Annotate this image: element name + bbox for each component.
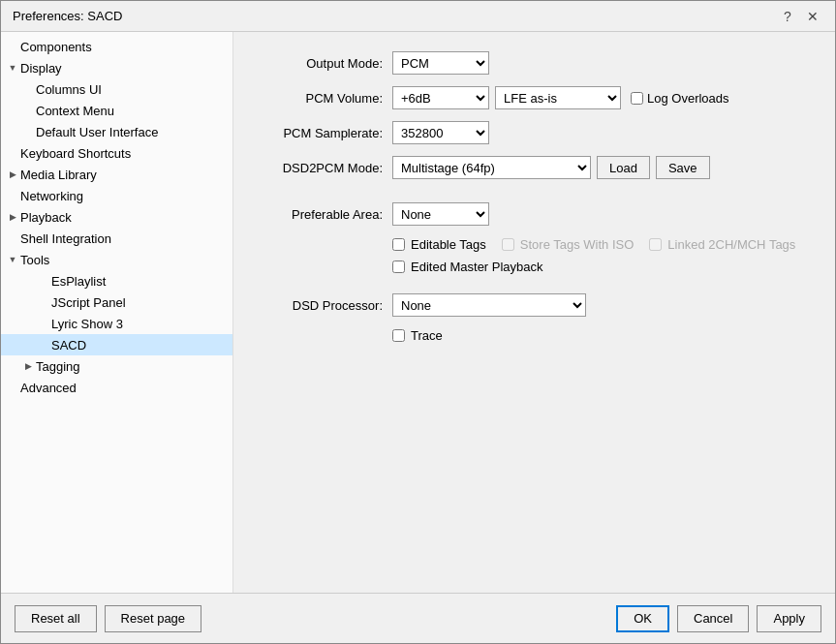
separator-2 [257,282,812,293]
tagging-expander-icon: ▶ [20,358,36,374]
components-expander-icon [5,39,20,54]
sidebar-item-lyric-show-3[interactable]: Lyric Show 3 [1,313,232,334]
dsd2pcm-mode-controls: Multistage (64fp) Direct (64fp) Direct (… [392,156,812,179]
context-menu-expander-icon [20,103,36,118]
sidebar-item-label-keyboard-shortcuts: Keyboard Shortcuts [20,146,229,161]
save-button[interactable]: Save [656,156,710,179]
sidebar-item-label-playback: Playback [20,210,229,225]
pcm-samplerate-row: PCM Samplerate: 352800 176400 88200 4410… [257,121,812,144]
sidebar-item-label-networking: Networking [20,189,229,203]
preferable-area-row: Preferable Area: None Stereo Multichanne… [257,202,812,226]
edited-master-playback-row: Edited Master Playback [257,260,812,274]
playback-expander-icon: ▶ [5,209,20,225]
networking-expander-icon [5,188,20,203]
edited-master-playback-label: Edited Master Playback [411,260,543,274]
sidebar-item-tools[interactable]: ▼Tools [1,249,232,270]
load-button[interactable]: Load [597,156,650,179]
sidebar-item-label-advanced: Advanced [20,381,229,395]
tools-expander-icon: ▼ [5,252,20,267]
sidebar-item-label-tools: Tools [20,253,229,267]
pcm-volume-controls: +6dB 0dB -6dB LFE as-is LFE -10dB LFE -6… [392,86,812,109]
esplaylist-expander-icon [36,273,51,289]
sidebar-item-label-media-library: Media Library [20,168,229,182]
dialog-footer: Reset all Reset page OK Cancel Apply [1,593,835,643]
preferable-area-controls: None Stereo Multichannel [392,202,812,226]
media-library-expander-icon: ▶ [5,167,20,182]
sidebar-item-label-sacd: SACD [51,338,229,353]
dsd-processor-select[interactable]: None [392,293,586,317]
output-mode-row: Output Mode: PCM DSD DoP [257,51,812,75]
sidebar-item-display[interactable]: ▼Display [1,57,232,78]
edited-master-playback-checkbox[interactable] [392,261,405,273]
dsd2pcm-mode-select[interactable]: Multistage (64fp) Direct (64fp) Direct (… [392,156,591,179]
pcm-volume-select[interactable]: +6dB 0dB -6dB [392,86,489,109]
output-mode-select[interactable]: PCM DSD DoP [392,51,489,75]
sacd-expander-icon [36,337,51,353]
pcm-samplerate-select[interactable]: 352800 176400 88200 44100 [392,121,489,144]
linked-2ch-mch-tags-label: Linked 2CH/MCH Tags [667,237,795,252]
preferable-area-select[interactable]: None Stereo Multichannel [392,202,489,226]
dsd2pcm-mode-label: DSD2PCM Mode: [257,161,392,175]
title-bar-controls: ? ✕ [777,6,823,27]
reset-page-button[interactable]: Reset page [105,605,202,632]
dsd-processor-label: DSD Processor: [257,298,392,313]
output-mode-label: Output Mode: [257,56,392,71]
sidebar-item-networking[interactable]: Networking [1,185,232,206]
sidebar-item-label-display: Display [20,61,229,76]
sidebar-item-label-shell-integration: Shell Integration [20,231,229,246]
apply-button[interactable]: Apply [757,605,821,632]
pcm-volume-label: PCM Volume: [257,91,392,106]
dialog-title: Preferences: SACD [13,9,122,23]
ok-button[interactable]: OK [616,605,669,632]
shell-integration-expander-icon [5,230,20,246]
sidebar-item-default-user-interface[interactable]: Default User Interface [1,121,232,142]
separator-1 [257,191,812,202]
dsd-processor-row: DSD Processor: None [257,293,812,317]
trace-row: Trace [257,328,812,343]
sidebar-item-columns-ui[interactable]: Columns UI [1,78,232,100]
trace-checkbox[interactable] [392,329,405,342]
title-bar: Preferences: SACD ? ✕ [1,1,835,32]
help-button[interactable]: ? [777,6,798,27]
sidebar-item-label-default-user-interface: Default User Interface [36,125,229,139]
close-button[interactable]: ✕ [802,6,823,27]
columns-ui-expander-icon [20,81,36,97]
sidebar-item-media-library[interactable]: ▶Media Library [1,164,232,185]
pcm-samplerate-controls: 352800 176400 88200 44100 [392,121,812,144]
sidebar-item-tagging[interactable]: ▶Tagging [1,355,232,377]
sidebar-item-advanced[interactable]: Advanced [1,377,232,398]
sidebar: Components▼DisplayColumns UIContext Menu… [1,32,233,593]
sidebar-item-esplaylist[interactable]: EsPlaylist [1,270,232,291]
pcm-volume-row: PCM Volume: +6dB 0dB -6dB LFE as-is LFE … [257,86,812,109]
log-overloads-checkbox[interactable] [631,92,643,105]
linked-2ch-mch-tags-checkbox[interactable] [649,238,662,251]
store-tags-with-iso-checkbox[interactable] [502,238,514,251]
display-expander-icon: ▼ [5,60,20,76]
sidebar-item-jscript-panel[interactable]: JScript Panel [1,291,232,313]
editable-tags-checkbox[interactable] [392,238,405,251]
preferable-area-label: Preferable Area: [257,207,392,222]
keyboard-shortcuts-expander-icon [5,145,20,161]
sidebar-item-keyboard-shortcuts[interactable]: Keyboard Shortcuts [1,142,232,164]
pcm-samplerate-label: PCM Samplerate: [257,126,392,140]
sidebar-item-label-components: Components [20,40,229,54]
sidebar-item-label-tagging: Tagging [36,359,229,374]
sidebar-item-components[interactable]: Components [1,36,232,57]
reset-all-button[interactable]: Reset all [15,605,97,632]
sidebar-item-label-lyric-show-3: Lyric Show 3 [51,317,229,331]
sidebar-item-label-esplaylist: EsPlaylist [51,274,229,289]
output-mode-controls: PCM DSD DoP [392,51,812,75]
sidebar-item-shell-integration[interactable]: Shell Integration [1,228,232,249]
log-overloads-label: Log Overloads [647,91,729,106]
footer-left: Reset all Reset page [15,605,201,632]
sidebar-item-context-menu[interactable]: Context Menu [1,100,232,121]
footer-right: OK Cancel Apply [616,605,821,632]
sidebar-item-playback[interactable]: ▶Playback [1,206,232,228]
jscript-panel-expander-icon [36,294,51,310]
sidebar-item-sacd[interactable]: SACD [1,334,232,355]
store-tags-with-iso-label: Store Tags With ISO [520,237,635,252]
default-user-interface-expander-icon [20,124,36,139]
sidebar-item-label-context-menu: Context Menu [36,104,229,118]
lfe-select[interactable]: LFE as-is LFE -10dB LFE -6dB [495,86,621,109]
cancel-button[interactable]: Cancel [677,605,749,632]
